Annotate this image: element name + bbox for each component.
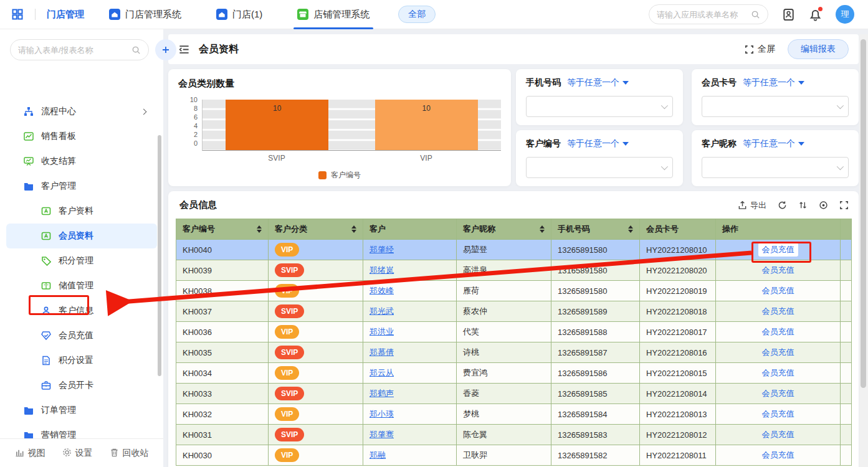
filter-condition-custno[interactable]: 等于任意一个 [567,138,629,149]
member-recharge-action[interactable]: 会员充值 [762,245,794,254]
member-recharge-action[interactable]: 会员充值 [762,286,794,295]
table-row[interactable]: KH0034VIP郑云从费宜鸿13265891586HY20221208015会… [176,363,852,384]
sidebar-item-points-mgmt[interactable]: 积分管理 [6,248,157,273]
customer-link[interactable]: 郑慕倩 [370,347,394,357]
customer-link[interactable]: 郑云从 [370,368,394,377]
table-row[interactable]: KH0037SVIP郑光武蔡农仲13265891589HY20221208018… [176,301,852,322]
sidebar-scrollbar[interactable] [158,135,161,376]
column-sort-icon[interactable] [257,225,262,233]
table-row[interactable]: KH0035SVIP郑慕倩诗桃13265891587HY20221208016会… [176,342,852,363]
contacts-icon[interactable] [782,8,795,21]
member-recharge-action[interactable]: 会员充值 [762,265,794,275]
customer-link[interactable]: 郑绪岚 [370,265,394,275]
member-recharge-action[interactable]: 会员充值 [762,368,794,377]
fullscreen-button[interactable]: 全屏 [745,44,775,55]
cell-customer: 郑融 [363,445,457,466]
filter-condition-card[interactable]: 等于任意一个 [743,77,804,88]
footer-views[interactable]: 视图 [15,448,45,459]
customer-link[interactable]: 郑洪业 [370,327,394,336]
column-header[interactable]: 客户 [363,219,457,240]
sidebar-item-order-mgmt[interactable]: 订单管理 [6,398,157,423]
column-sort-icon[interactable] [628,225,633,233]
collapse-sidebar-icon[interactable] [178,44,190,55]
member-recharge-action[interactable]: 会员充值 [762,306,794,316]
customer-link[interactable]: 郑肇经 [370,245,394,254]
form-search[interactable] [10,39,149,60]
sidebar-item-stored-value[interactable]: 储值管理 [6,273,157,298]
table-fullscreen-icon[interactable] [839,200,849,210]
member-recharge-action[interactable]: 会员充值 [762,409,794,418]
customer-link[interactable]: 郑融 [370,450,386,460]
tab-store-1[interactable]: 门店(1) [216,0,262,29]
member-recharge-action[interactable]: 会员充值 [762,450,794,460]
column-sort-icon[interactable] [351,225,356,233]
form-search-input[interactable] [18,45,128,55]
column-header[interactable]: 会员卡号 [640,219,716,240]
sidebar-item-member-card-open[interactable]: 会员开卡 [6,373,157,398]
filter-select-phone[interactable] [526,96,673,117]
bar-VIP[interactable]: 10 [375,100,478,150]
filter-select-custno[interactable] [526,157,673,178]
sort-icon[interactable] [798,200,808,210]
page-scrollbar[interactable] [859,34,868,467]
column-sort-icon[interactable] [540,225,545,233]
filter-condition-phone[interactable]: 等于任意一个 [567,77,629,88]
footer-settings[interactable]: 设置 [62,448,93,459]
visibility-icon[interactable] [819,200,828,210]
column-header[interactable]: 客户分类 [269,219,363,240]
column-header[interactable]: 手机号码 [551,219,640,240]
member-recharge-action[interactable]: 会员充值 [762,389,794,398]
export-button[interactable]: 导出 [738,200,766,211]
global-search-input[interactable] [657,10,747,19]
table-row[interactable]: KH0030VIP郑融卫耿羿13265891582HY20221208011会员… [176,445,852,466]
sidebar-item-points-setting[interactable]: 积分设置 [6,348,157,373]
avatar[interactable]: 理 [836,5,854,24]
all-filter-badge[interactable]: 全部 [398,6,436,23]
notifications-bell-icon[interactable] [809,8,822,21]
table-row[interactable]: KH0040VIP郑肇经易堃登13265891580HY20221208010会… [176,240,852,260]
tab-store-mgmt-system[interactable]: 门店管理系统 [109,0,181,29]
member-recharge-action[interactable]: 会员充值 [762,430,794,439]
sidebar-item-customer-profile[interactable]: 客户资料 [6,199,157,224]
customer-link[interactable]: 郑肇骞 [370,430,394,439]
table-row[interactable]: KH0038VIP郑效峰雁荷13265891580HY20221208019会员… [176,281,852,301]
customer-link[interactable]: 郑鹤声 [370,389,394,398]
footer-recycle-bin[interactable]: 回收站 [110,448,149,459]
chevron-right-icon[interactable] [141,108,147,115]
sidebar-item-customer-mgmt[interactable]: 客户管理 [6,174,157,199]
table-row[interactable]: KH0039SVIP郑绪岚高洪泉13165891580HY20221208020… [176,260,852,281]
sidebar-item-member-recharge[interactable]: 会员充值 [6,323,157,348]
member-recharge-action[interactable]: 会员充值 [762,347,794,357]
sidebar-item-marketing-mgmt[interactable]: 营销管理 [6,423,157,438]
customer-link[interactable]: 郑效峰 [370,286,394,295]
table-row[interactable]: KH0032VIP郑小瑛梦桃13265891584HY20221208013会员… [176,404,852,425]
cell-nickname: 费宜鸿 [457,363,551,384]
page-scrollbar-thumb[interactable] [861,39,866,388]
tab-shop-mgmt-system[interactable]: 店铺管理系统 [297,0,370,29]
sidebar-item-sales-board[interactable]: 销售看板 [6,124,157,149]
member-recharge-action[interactable]: 会员充值 [762,327,794,336]
filter-select-card[interactable] [702,96,849,117]
table-row[interactable]: KH0033SVIP郑鹤声香菱13265891585HY20221208014会… [176,384,852,404]
bar-SVIP[interactable]: 10 [226,100,328,150]
sidebar-item-member-profile[interactable]: 会员资料 [6,224,157,248]
filter-condition-nickname[interactable]: 等于任意一个 [743,138,804,149]
refresh-icon[interactable] [778,200,787,210]
edit-report-button[interactable]: 编辑报表 [788,39,849,59]
global-search[interactable] [649,4,768,24]
add-form-button[interactable] [155,39,176,60]
table-row[interactable]: KH0036VIP郑洪业代芙13265891588HY20221208017会员… [176,322,852,342]
sidebar-item-income-expense[interactable]: 收支结算 [6,149,157,174]
customer-link[interactable]: 郑小瑛 [370,409,394,418]
member-table: 客户编号客户分类客户客户昵称手机号码会员卡号操作 KH0040VIP郑肇经易堃登… [176,219,852,466]
filter-select-nickname[interactable] [702,157,849,178]
sidebar-item-customer-info[interactable]: 客户信息 [6,298,157,323]
column-header[interactable]: 客户昵称 [457,219,551,240]
sidebar-item-process-center[interactable]: 流程中心 [6,99,157,124]
table-row[interactable]: KH0031SVIP郑肇骞陈仓翼13265891583HY20221208012… [176,425,852,445]
column-header[interactable]: 操作 [716,219,841,240]
app-launcher-icon[interactable] [11,8,24,21]
store-mgmt-menu[interactable]: 门店管理 [47,9,84,21]
column-header[interactable]: 客户编号 [176,219,269,240]
customer-link[interactable]: 郑光武 [370,306,394,316]
